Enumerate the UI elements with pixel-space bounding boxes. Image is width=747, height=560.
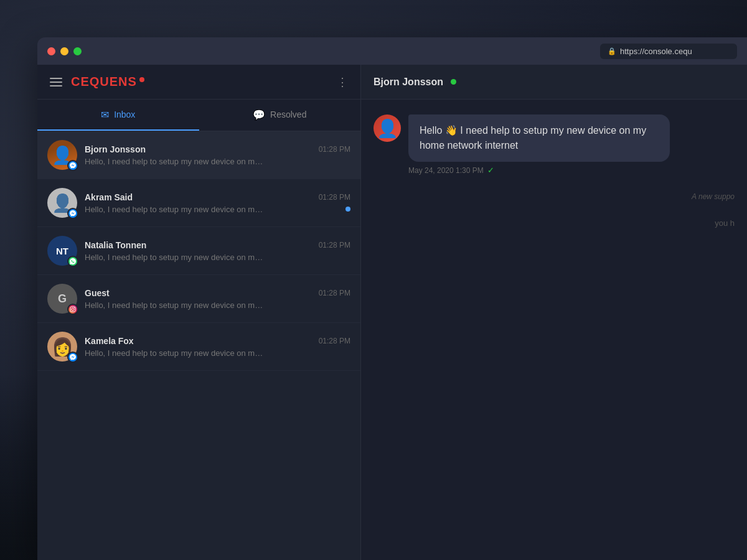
message-time: 01:28 PM — [319, 193, 350, 202]
conversation-header: Natalia Tonnen 01:28 PM — [85, 240, 350, 250]
conversation-content: Natalia Tonnen 01:28 PM Hello, I need he… — [85, 240, 350, 262]
message-content: Hello 👋 I need help to setup my new devi… — [408, 114, 670, 175]
avatar-container: NT — [47, 236, 77, 266]
browser-window: 🔒 https://console.cequ CEQUENS — [37, 37, 747, 560]
conversation-content: Bjorn Jonsson 01:28 PM Hello, I need hel… — [85, 144, 350, 166]
preview-row: Hello, I need help to setup my new devic… — [85, 301, 350, 310]
svg-point-1 — [72, 308, 74, 310]
message-time: 01:28 PM — [319, 289, 350, 297]
tab-inbox-label: Inbox — [114, 110, 135, 119]
message-bubble: Hello 👋 I need help to setup my new devi… — [408, 114, 670, 162]
conversation-item[interactable]: G Guest 01:28 PM — [37, 275, 360, 323]
contact-name: Bjorn Jonsson — [85, 144, 146, 154]
brand-logo: CEQUENS — [71, 75, 144, 89]
close-button[interactable] — [47, 47, 55, 55]
message-timestamp: May 24, 2020 1:30 PM — [408, 166, 484, 175]
tab-inbox[interactable]: ✉ Inbox — [37, 100, 199, 131]
message-row: Hello 👋 I need help to setup my new devi… — [374, 114, 735, 175]
messenger-badge — [67, 208, 78, 219]
browser-toolbar: 🔒 https://console.cequ — [37, 37, 747, 65]
svg-point-2 — [74, 307, 75, 308]
conversation-item[interactable]: NT Natalia Tonnen 01:28 PM — [37, 227, 360, 275]
sidebar-header-left: CEQUENS — [50, 75, 144, 89]
inbox-icon: ✉ — [101, 109, 109, 121]
message-time: 01:28 PM — [319, 337, 350, 345]
sidebar-header: CEQUENS ⋮ — [37, 65, 360, 100]
tab-resolved[interactable]: 💬 Resolved — [199, 100, 361, 131]
brand-name: CEQUENS — [71, 75, 137, 89]
message-avatar — [374, 114, 401, 142]
chat-contact-name: Bjorn Jonsson — [374, 77, 443, 88]
resolved-icon: 💬 — [253, 109, 265, 121]
message-time: 01:28 PM — [319, 241, 350, 250]
you-reply-text: you h — [374, 218, 735, 228]
conversation-header: Kamela Fox 01:28 PM — [85, 336, 350, 346]
chat-header: Bjorn Jonsson — [361, 65, 747, 100]
conversation-list: Bjorn Jonsson 01:28 PM Hello, I need hel… — [37, 131, 360, 560]
hamburger-menu-icon[interactable] — [50, 78, 62, 86]
minimize-button[interactable] — [60, 47, 68, 55]
avatar-container — [47, 188, 77, 218]
tab-resolved-label: Resolved — [270, 110, 306, 119]
traffic-lights — [47, 47, 82, 55]
preview-row: Hello, I need help to setup my new devic… — [85, 348, 350, 358]
avatar-container — [47, 140, 77, 170]
chat-messages: Hello 👋 I need help to setup my new devi… — [361, 100, 747, 560]
preview-row: Hello, I need help to setup my new devic… — [85, 205, 350, 214]
contact-name: Natalia Tonnen — [85, 240, 146, 250]
conversation-item[interactable]: Bjorn Jonsson 01:28 PM Hello, I need hel… — [37, 131, 360, 179]
message-meta: May 24, 2020 1:30 PM ✓ — [408, 166, 670, 175]
you-text-content: you h — [715, 218, 735, 228]
maximize-button[interactable] — [73, 47, 82, 55]
conversation-header: Bjorn Jonsson 01:28 PM — [85, 144, 350, 154]
preview-row: Hello, I need help to setup my new devic… — [85, 253, 350, 262]
address-text: https://console.cequ — [620, 47, 692, 56]
lock-icon: 🔒 — [608, 47, 616, 55]
conversation-item[interactable]: Kamela Fox 01:28 PM Hello, I need help t… — [37, 323, 360, 371]
message-preview: Hello, I need help to setup my new devic… — [85, 253, 265, 262]
contact-name: Akram Said — [85, 192, 133, 202]
delivered-icon: ✓ — [487, 166, 494, 175]
message-time: 01:28 PM — [319, 145, 350, 154]
unread-indicator — [345, 207, 350, 212]
brand-dot — [139, 77, 144, 82]
more-options-icon[interactable]: ⋮ — [337, 75, 348, 89]
conversation-item[interactable]: Akram Said 01:28 PM Hello, I need help t… — [37, 179, 360, 227]
system-message: A new suppo — [374, 187, 735, 206]
whatsapp-badge — [67, 256, 78, 267]
instagram-badge — [67, 304, 78, 315]
conversation-content: Akram Said 01:28 PM Hello, I need help t… — [85, 192, 350, 214]
sidebar: CEQUENS ⋮ ✉ Inbox 💬 Resolved — [37, 65, 361, 560]
app-container: CEQUENS ⋮ ✉ Inbox 💬 Resolved — [37, 65, 747, 560]
message-text: Hello 👋 I need help to setup my new devi… — [420, 125, 646, 151]
messenger-badge — [67, 160, 78, 171]
avatar-container: G — [47, 284, 77, 314]
message-preview: Hello, I need help to setup my new devic… — [85, 205, 265, 214]
online-status-indicator — [451, 79, 456, 85]
conversation-header: Akram Said 01:28 PM — [85, 192, 350, 202]
preview-row: Hello, I need help to setup my new devic… — [85, 157, 350, 166]
address-bar[interactable]: 🔒 https://console.cequ — [600, 44, 737, 59]
message-preview: Hello, I need help to setup my new devic… — [85, 348, 265, 358]
contact-name: Guest — [85, 288, 110, 298]
messenger-badge — [67, 352, 78, 363]
chat-area: Bjorn Jonsson Hello 👋 I need help to set… — [361, 65, 747, 560]
tabs-container: ✉ Inbox 💬 Resolved — [37, 100, 360, 131]
conversation-content: Guest 01:28 PM Hello, I need help to set… — [85, 288, 350, 310]
message-preview: Hello, I need help to setup my new devic… — [85, 157, 265, 166]
conversation-content: Kamela Fox 01:28 PM Hello, I need help t… — [85, 336, 350, 358]
avatar-container — [47, 332, 77, 362]
system-message-text: A new suppo — [692, 192, 735, 201]
conversation-header: Guest 01:28 PM — [85, 288, 350, 298]
message-preview: Hello, I need help to setup my new devic… — [85, 301, 265, 310]
contact-name: Kamela Fox — [85, 336, 134, 346]
